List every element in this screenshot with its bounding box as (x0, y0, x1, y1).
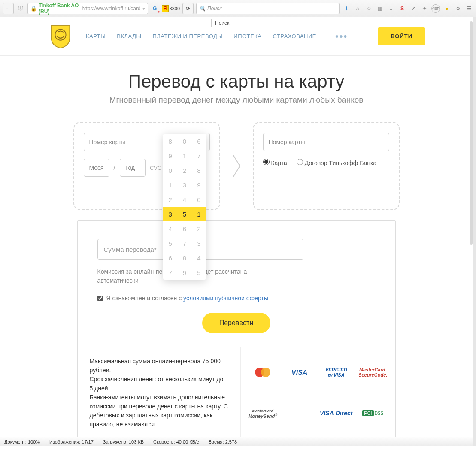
pci-dss-logo: PCI DSS (362, 410, 383, 416)
site-identity: Tinkoff Bank AO (RU) (39, 3, 80, 15)
nav-item-mortgage[interactable]: ИПОТЕКА (233, 33, 261, 39)
abp-icon[interactable]: ABP (431, 4, 440, 13)
search-icon: 🔍 (199, 6, 206, 12)
spinner-row[interactable]: 917 (163, 148, 206, 163)
lock-icon: 🔒 (30, 6, 37, 12)
nav-item-insurance[interactable]: СТРАХОВАНИЕ (273, 33, 316, 39)
address-bar[interactable]: 🔒 Tinkoff Bank AO (RU) https://www.tinko… (27, 3, 148, 14)
spinner-digit: 3 (183, 181, 186, 189)
radio-contract-label[interactable]: Договор Тинькофф Банка (297, 159, 376, 166)
visa-logo: VISA (291, 369, 307, 377)
cvc-number-spinner[interactable]: 806917028139240351462573684795 (163, 134, 206, 280)
status-document: Документ: 100% (4, 439, 40, 444)
back-button[interactable]: ← (3, 3, 14, 14)
spinner-digit: 6 (197, 138, 200, 145)
spinner-digit: 9 (168, 152, 172, 160)
spinner-digit: 8 (168, 138, 172, 145)
feed-icon[interactable]: ▥ (376, 4, 384, 13)
slash-divider: / (114, 164, 115, 172)
status-bar: Документ: 100% Изображения: 17/17 Загруж… (0, 437, 473, 446)
yandex-icon[interactable]: Я (162, 5, 169, 12)
spinner-row[interactable]: 351 (163, 207, 206, 221)
agree-checkbox[interactable] (97, 296, 103, 301)
page-viewport: КАРТЫ ВКЛАДЫ ПЛАТЕЖИ И ПЕРЕВОДЫ ИПОТЕКА … (0, 17, 476, 446)
home-icon[interactable]: ⌂ (353, 4, 362, 13)
spinner-digit: 6 (168, 254, 172, 262)
to-card-type-radios: Карта Договор Тинькофф Банка (263, 159, 389, 166)
month-input[interactable] (84, 159, 109, 177)
nav-item-cards[interactable]: КАРТЫ (86, 33, 106, 39)
spinner-digit: 5 (168, 240, 172, 247)
more-menu-icon[interactable]: ••• (335, 31, 348, 42)
radio-card-label[interactable]: Карта (263, 159, 287, 166)
status-time: Время: 2,578 (208, 439, 237, 444)
spinner-row[interactable]: 806 (163, 134, 206, 148)
google-icon[interactable]: G ● (151, 4, 159, 13)
cvc-label: CVC (150, 165, 161, 171)
spinner-row[interactable]: 573 (163, 236, 206, 251)
spinner-row[interactable]: 462 (163, 221, 206, 236)
pocket-icon[interactable]: ⌄ (387, 4, 395, 13)
submit-button[interactable]: Перевести (202, 313, 271, 333)
spinner-digit: 0 (183, 138, 186, 145)
spinner-digit: 4 (168, 225, 172, 233)
chevron-right-icon (231, 153, 242, 179)
arrow-left-icon: ← (6, 6, 11, 12)
info-icon[interactable]: ⓘ (16, 4, 25, 13)
agree-text: Я ознакомлен и согласен с условиями публ… (106, 295, 268, 302)
spinner-digit: 4 (183, 196, 186, 203)
spinner-digit: 1 (183, 152, 186, 160)
dropdown-icon[interactable]: ▾ (142, 6, 145, 12)
spinner-row[interactable]: 028 (163, 163, 206, 178)
dot-icon[interactable]: ● (443, 4, 451, 13)
spinner-digit: 0 (197, 196, 200, 203)
info-footer: Максимальная сумма онлайн-перевода 75 00… (77, 347, 396, 439)
to-card-number-input[interactable] (263, 133, 389, 151)
nav-item-payments[interactable]: ПЛАТЕЖИ И ПЕРЕВОДЫ (152, 33, 222, 39)
spinner-digit: 8 (183, 254, 186, 262)
spinner-row[interactable]: 240 (163, 192, 206, 207)
main-nav: КАРТЫ ВКЛАДЫ ПЛАТЕЖИ И ПЕРЕВОДЫ ИПОТЕКА … (86, 33, 316, 39)
s-icon[interactable]: S (398, 4, 406, 13)
moneysend-logo: MasterCardMoneySend® (248, 408, 277, 419)
spinner-row[interactable]: 795 (163, 265, 206, 280)
tinkoff-logo[interactable] (47, 23, 74, 50)
nav-item-deposits[interactable]: ВКЛАДЫ (117, 33, 141, 39)
offer-link[interactable]: условиями публичной оферты (183, 295, 268, 302)
send-icon[interactable]: ✈ (420, 4, 429, 13)
status-speed: Скорость: 40,00 КБ/c (153, 439, 199, 444)
reload-icon: ⟳ (186, 6, 190, 12)
verified-by-visa-logo: VERIFIEDby VISA (325, 367, 347, 378)
gear-icon[interactable]: ⚙ (454, 4, 462, 13)
to-card-panel: Карта Договор Тинькофф Банка (253, 122, 400, 210)
login-button[interactable]: ВОЙТИ (378, 27, 425, 45)
radio-contract[interactable] (297, 159, 303, 165)
spinner-row[interactable]: 684 (163, 251, 206, 265)
spinner-digit: 5 (197, 269, 200, 276)
spinner-digit: 1 (197, 211, 200, 218)
spinner-digit: 5 (183, 211, 186, 218)
menu-icon[interactable]: ☰ (465, 4, 473, 13)
star-icon[interactable]: ☆ (364, 4, 373, 13)
shield-lion-icon (47, 23, 74, 50)
main-content: Перевод с карты на карту Мгновенный пере… (0, 56, 473, 439)
spinner-row[interactable]: 139 (163, 178, 206, 192)
download-icon[interactable]: ⬇ (342, 4, 351, 13)
transfer-arrow (231, 122, 242, 210)
spinner-digit: 2 (197, 225, 200, 233)
limits-text: Максимальная сумма онлайн-перевода 75 00… (78, 347, 241, 438)
reload-button[interactable]: ⟳ (182, 3, 194, 14)
mastercard-logo (255, 368, 270, 377)
spinner-digit: 9 (197, 181, 200, 189)
status-loaded: Загружено: 103 КБ (103, 439, 144, 444)
spinner-digit: 1 (168, 181, 172, 189)
transfer-form: Комиссия за онлайн-перевод денег будет р… (77, 220, 396, 347)
card-transfer-row: / CVC Карта Договор Тинькофф Банка (0, 122, 473, 210)
spinner-digit: 7 (183, 240, 186, 247)
search-input[interactable]: 🔍 Поиск (196, 3, 340, 14)
agree-row: Я ознакомлен и согласен с условиями публ… (97, 295, 376, 302)
year-input[interactable] (120, 159, 146, 177)
visa-direct-logo: VISA Direct (320, 410, 352, 417)
radio-card[interactable] (263, 159, 270, 165)
check-icon[interactable]: ✔ (409, 4, 418, 13)
